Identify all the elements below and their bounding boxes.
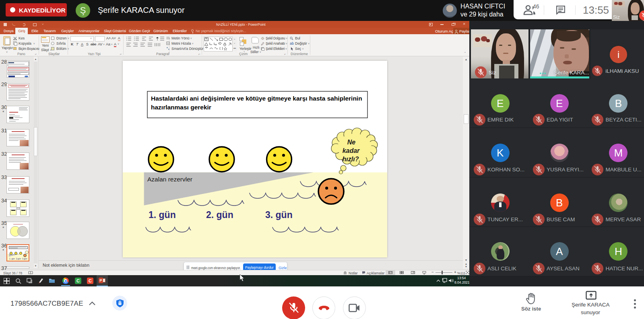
svg-text:3. gün: 3. gün	[265, 210, 293, 220]
svg-text:hızlı?: hızlı?	[343, 156, 359, 163]
svg-text:hazırlanması gerekir: hazırlanması gerekir	[151, 104, 211, 111]
svg-text:kadar: kadar	[343, 147, 360, 154]
svg-text:Azalan rezervler: Azalan rezervler	[147, 176, 192, 183]
svg-text:2. gün: 2. gün	[206, 210, 233, 220]
svg-text:1. gün: 1. gün	[149, 210, 176, 220]
svg-text:Ne: Ne	[347, 139, 356, 146]
svg-text:Hastalardaki ani değişimlere v: Hastalardaki ani değişimlere ve kötüye g…	[151, 95, 362, 102]
